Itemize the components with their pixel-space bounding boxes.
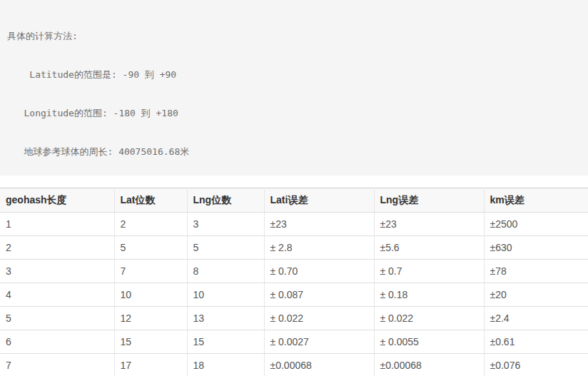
table-cell: ±20 bbox=[484, 283, 588, 307]
table-cell: ± 0.0055 bbox=[374, 330, 484, 354]
table-cell: ±0.076 bbox=[484, 354, 588, 376]
column-header: Lng位数 bbox=[187, 188, 264, 213]
table-body: 123±23±23±2500255± 2.8±5.6±630378± 0.70±… bbox=[0, 213, 588, 376]
table-cell: 5 bbox=[187, 236, 264, 260]
code-line: Longitude的范围: -180 到 +180 bbox=[7, 107, 581, 120]
table-cell: ± 0.0027 bbox=[264, 330, 374, 354]
table-cell: ± 0.70 bbox=[264, 260, 374, 283]
table-cell: 3 bbox=[187, 213, 264, 236]
column-header: geohash长度 bbox=[0, 188, 114, 213]
table-cell: 18 bbox=[187, 354, 264, 376]
table-cell: ± 0.18 bbox=[374, 283, 484, 307]
table-cell: 2 bbox=[114, 213, 187, 236]
table-row: 71718±0.00068±0.00068±0.076 bbox=[0, 354, 588, 376]
table-cell: 5 bbox=[0, 307, 114, 330]
table-cell: ± 0.7 bbox=[374, 260, 484, 283]
table-cell: 10 bbox=[114, 283, 187, 307]
table-cell: ±630 bbox=[484, 236, 588, 260]
table-row: 51213± 0.022± 0.022±2.4 bbox=[0, 307, 588, 330]
table-header-row: geohash长度Lat位数Lng位数Lati误差Lng误差km误差 bbox=[0, 188, 588, 213]
table-cell: ± 0.022 bbox=[264, 307, 374, 330]
table-cell: 4 bbox=[0, 283, 114, 307]
geohash-error-table: geohash长度Lat位数Lng位数Lati误差Lng误差km误差 123±2… bbox=[0, 188, 588, 376]
table-row: 255± 2.8±5.6±630 bbox=[0, 236, 588, 260]
table-cell: 10 bbox=[187, 283, 264, 307]
table-cell: 2 bbox=[0, 236, 114, 260]
table-cell: 15 bbox=[187, 330, 264, 354]
column-header: Lat位数 bbox=[114, 188, 187, 213]
table-cell: ±0.00068 bbox=[264, 354, 374, 376]
table-cell: 7 bbox=[0, 354, 114, 376]
table-cell: 6 bbox=[0, 330, 114, 354]
table-row: 123±23±23±2500 bbox=[0, 213, 588, 236]
table-cell: ± 2.8 bbox=[264, 236, 374, 260]
table-cell: 12 bbox=[114, 307, 187, 330]
column-header: km误差 bbox=[484, 188, 588, 213]
table-cell: 1 bbox=[0, 213, 114, 236]
code-line: Latitude的范围是: -90 到 +90 bbox=[7, 68, 581, 81]
calculation-method-code-block: 具体的计算方法: Latitude的范围是: -90 到 +90 Longitu… bbox=[0, 0, 588, 176]
table-cell: ± 0.022 bbox=[374, 307, 484, 330]
table-row: 61515± 0.0027± 0.0055±0.61 bbox=[0, 330, 588, 354]
table-cell: ±78 bbox=[484, 260, 588, 283]
table-cell: ±2.4 bbox=[484, 307, 588, 330]
column-header: Lng误差 bbox=[374, 188, 484, 213]
table-row: 378± 0.70± 0.7±78 bbox=[0, 260, 588, 283]
table-cell: 17 bbox=[114, 354, 187, 376]
table-cell: ±23 bbox=[374, 213, 484, 236]
table-cell: ±0.61 bbox=[484, 330, 588, 354]
table-row: 41010± 0.087± 0.18±20 bbox=[0, 283, 588, 307]
table-cell: 15 bbox=[114, 330, 187, 354]
table-cell: ± 0.087 bbox=[264, 283, 374, 307]
table-cell: 7 bbox=[114, 260, 187, 283]
column-header: Lati误差 bbox=[264, 188, 374, 213]
code-line: 具体的计算方法: bbox=[7, 30, 581, 43]
table-cell: 5 bbox=[114, 236, 187, 260]
table-cell: 13 bbox=[187, 307, 264, 330]
table-cell: ±23 bbox=[264, 213, 374, 236]
table-cell: ±5.6 bbox=[374, 236, 484, 260]
table-cell: ±2500 bbox=[484, 213, 588, 236]
table-cell: 8 bbox=[187, 260, 264, 283]
table-cell: ±0.00068 bbox=[374, 354, 484, 376]
table-cell: 3 bbox=[0, 260, 114, 283]
code-line: 地球参考球体的周长: 40075016.68米 bbox=[7, 146, 581, 158]
